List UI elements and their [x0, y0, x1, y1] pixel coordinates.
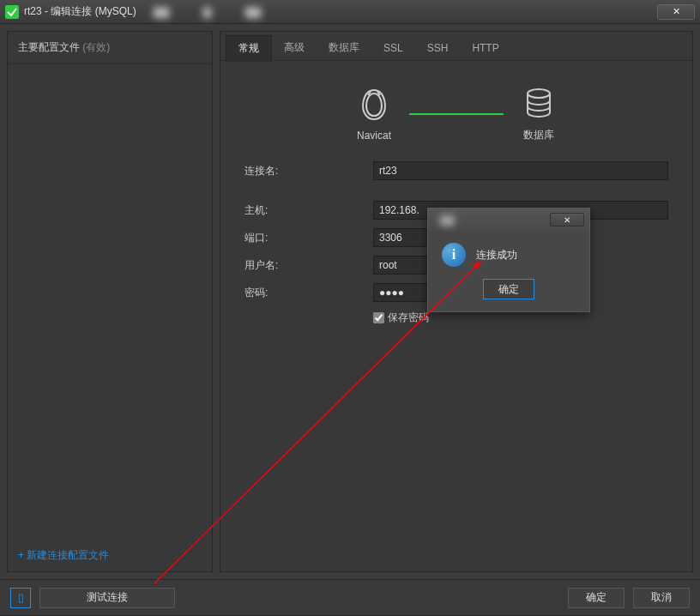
diagram-database: 数据库 [521, 85, 557, 142]
save-pass-checkbox[interactable] [373, 312, 384, 323]
sidebar-body [8, 64, 212, 540]
sidebar-title: 主要配置文件 [18, 41, 80, 53]
dialog-message: 连接成功 [476, 248, 517, 263]
sidebar-status: (有效) [82, 41, 110, 53]
result-dialog: ▇▇ ✕ i 连接成功 确定 [427, 208, 590, 312]
ok-button[interactable]: 确定 [568, 588, 625, 608]
layout-toggle-button[interactable]: ▯ [10, 588, 31, 608]
tab-advanced[interactable]: 高级 [272, 35, 317, 60]
window-title: rt23 - 编辑连接 (MySQL) [24, 4, 136, 19]
sidebar: 主要配置文件 (有效) + 新建连接配置文件 [7, 31, 213, 572]
dialog-close-button[interactable]: ✕ [550, 213, 584, 226]
tab-ssl[interactable]: SSL [371, 37, 415, 59]
tab-bar: 常规 高级 数据库 SSL SSH HTTP [220, 32, 692, 61]
footer-bar: ▯ 测试连接 确定 取消 [0, 579, 700, 615]
dialog-titlebar: ▇▇ ✕ [428, 208, 589, 231]
test-connection-button[interactable]: 测试连接 [39, 588, 175, 608]
dialog-ok-button[interactable]: 确定 [483, 279, 534, 299]
host-label: 主机: [244, 203, 373, 218]
pass-label: 密码: [244, 286, 373, 300]
window-close-button[interactable]: ✕ [657, 4, 695, 20]
connection-diagram: Navicat 数据库 [220, 85, 692, 142]
cancel-button[interactable]: 取消 [633, 588, 690, 608]
diagram-connected-line [409, 113, 504, 115]
save-pass-label: 保存密码 [388, 311, 429, 325]
dialog-title-text: ▇▇ [433, 214, 550, 226]
title-bar: rt23 - 编辑连接 (MySQL) ▇▇ ▇ ▇▇ ✕ [0, 0, 700, 24]
info-icon: i [442, 243, 466, 267]
port-label: 端口: [244, 231, 373, 245]
conn-name-input[interactable] [373, 161, 668, 180]
diagram-navicat: Navicat [356, 87, 392, 142]
svg-point-0 [528, 89, 550, 98]
user-label: 用户名: [244, 258, 373, 273]
blurred-text: ▇▇ [245, 6, 261, 18]
tab-general[interactable]: 常规 [226, 35, 272, 62]
tab-databases[interactable]: 数据库 [317, 35, 371, 60]
diagram-left-label: Navicat [357, 130, 391, 142]
tab-http[interactable]: HTTP [460, 37, 510, 59]
blurred-text: ▇▇ [154, 6, 169, 18]
conn-name-label: 连接名: [244, 164, 373, 178]
new-profile-link[interactable]: + 新建连接配置文件 [8, 540, 212, 571]
app-icon [5, 5, 19, 19]
tab-ssh[interactable]: SSH [415, 37, 461, 59]
layout-icon: ▯ [18, 591, 24, 604]
diagram-right-label: 数据库 [523, 128, 554, 142]
content-area: 主要配置文件 (有效) + 新建连接配置文件 常规 高级 数据库 SSL SSH… [0, 24, 700, 579]
sidebar-header: 主要配置文件 (有效) [8, 32, 212, 64]
navicat-icon [356, 87, 392, 123]
blurred-text: ▇ [203, 6, 211, 18]
database-icon [521, 85, 557, 121]
